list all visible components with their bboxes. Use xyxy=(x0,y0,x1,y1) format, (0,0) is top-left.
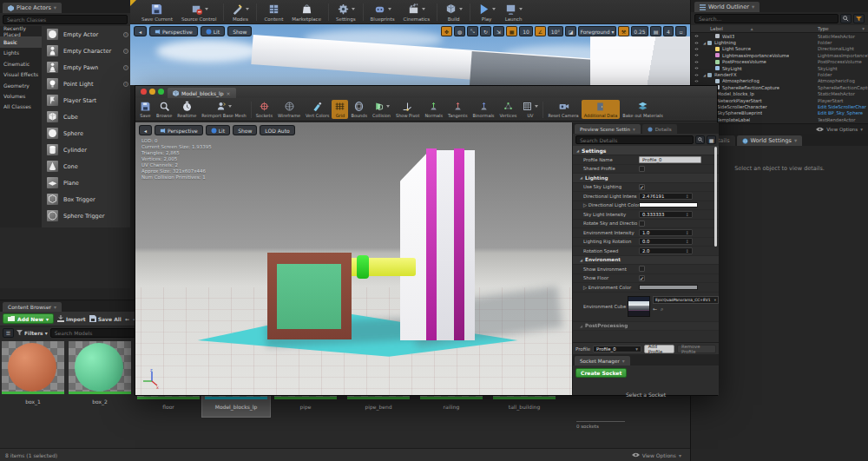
section-header-settings[interactable]: ◢Settings xyxy=(573,146,719,155)
tab-place-actors[interactable]: Place Actors▾ xyxy=(3,3,62,13)
text-input[interactable]: Profile_0 xyxy=(639,156,701,163)
spinner-icon[interactable]: ↕ xyxy=(686,239,689,244)
cubemap-dropdown[interactable]: EpicQuadPanorama_CC+EV1▾ xyxy=(653,296,719,304)
place-actor-item-box-trigger[interactable]: Box Trigger xyxy=(42,191,130,207)
window-close-button[interactable] xyxy=(141,89,147,95)
mesh-viewport-options-button[interactable]: ◂ xyxy=(139,125,152,135)
reimport-base-mesh-caret-icon[interactable] xyxy=(228,105,232,108)
outliner-row-postprocessvolume[interactable]: PostProcessVolumePostProcessVolume xyxy=(691,59,868,65)
place-actor-item-empty-actor[interactable]: Empty Actori xyxy=(42,26,130,43)
profile-dropdown[interactable]: Profile_0▾ xyxy=(593,346,641,352)
launch-button[interactable]: Launch xyxy=(500,3,527,22)
place-actor-item-point-light[interactable]: Point Lighti xyxy=(42,76,130,92)
window-zoom-button[interactable] xyxy=(158,89,164,95)
place-actor-item-player-start[interactable]: Player Start xyxy=(42,92,130,109)
visibility-eye-icon[interactable] xyxy=(694,79,700,83)
sidebar-item-cinematic[interactable]: Cinematic xyxy=(0,58,42,69)
level-viewport[interactable]: ◂ Perspective Lit Show ✥ ◍ ⤡ ↻ ⇲ ▦ 10 ∠ … xyxy=(130,24,690,85)
cubemap-thumbnail[interactable] xyxy=(628,296,650,317)
place-actor-item-empty-character[interactable]: Empty Characteri xyxy=(42,43,130,59)
sockets-button[interactable]: Sockets xyxy=(253,100,275,119)
move-tool-icon[interactable]: ✥ xyxy=(441,26,452,36)
show-pivot-button[interactable]: Show Pivot xyxy=(393,100,422,119)
scale-tool-icon[interactable]: ⤡ xyxy=(467,26,478,36)
settings-search-input[interactable] xyxy=(575,135,694,144)
outliner-row-wall3[interactable]: Wall3StaticMeshActor xyxy=(691,33,868,39)
content-button[interactable]: Content xyxy=(260,3,287,22)
realtime-button[interactable]: Realtime xyxy=(174,100,199,119)
number-input[interactable]: 2.476191↕ xyxy=(639,193,693,200)
angle-snap-icon[interactable]: ∠ xyxy=(535,26,546,36)
outliner-row-renderfx[interactable]: ◢RenderFXFolder xyxy=(691,71,868,77)
camera-speed-value[interactable]: 4 xyxy=(663,26,674,36)
visibility-eye-icon[interactable] xyxy=(694,73,700,77)
back-button[interactable]: ← xyxy=(125,316,129,322)
number-input[interactable]: 1.0↕ xyxy=(639,229,693,236)
remove-profile-button[interactable]: Remove Profile xyxy=(677,345,716,353)
checkbox[interactable] xyxy=(639,221,645,227)
add-profile-button[interactable]: Add Profile xyxy=(644,345,674,353)
expander-icon[interactable]: ◢ xyxy=(703,73,706,77)
checkbox[interactable] xyxy=(639,266,645,272)
save-current-button[interactable]: Save Current xyxy=(137,3,177,22)
browse-button[interactable]: Browse xyxy=(154,100,174,119)
binormals-button[interactable]: Binormals xyxy=(470,100,497,119)
sidebar-item-visual-effects[interactable]: Visual Effects xyxy=(0,69,42,80)
place-actor-item-cylinder[interactable]: Cylinder xyxy=(42,142,130,158)
outliner-row-lightmassimportancevolume[interactable]: LightmassImportanceVolumeLightmassImport… xyxy=(691,52,868,58)
angle-snap-value[interactable]: 10° xyxy=(548,26,563,36)
rotate-tool-icon[interactable]: ↻ xyxy=(480,26,491,36)
use-selected-icon[interactable]: ← xyxy=(653,306,657,313)
asset-tile-box_1[interactable]: box_1 xyxy=(2,341,64,405)
section-header-environment[interactable]: ◢Environment xyxy=(573,256,719,266)
number-input[interactable]: 0.0↕ xyxy=(639,238,693,245)
mesh-viewport[interactable]: ◂ Perspective Lit Show LOD Auto LOD: 0Cu… xyxy=(135,122,572,395)
play-caret-icon[interactable] xyxy=(492,8,496,10)
tangents-button[interactable]: Tangents xyxy=(445,100,470,119)
vertices-button[interactable]: Vertices xyxy=(496,100,519,119)
sidebar-item-lights[interactable]: Lights xyxy=(0,48,42,58)
viewport-options-button[interactable]: ◂ xyxy=(134,26,147,36)
visibility-eye-icon[interactable] xyxy=(694,47,700,51)
color-swatch[interactable] xyxy=(639,285,698,290)
tab-preview-scene-settings[interactable]: Preview Scene Settin▾ xyxy=(575,124,641,134)
outliner-row-light source[interactable]: Light SourceDirectionalLight xyxy=(691,46,868,52)
reset-camera-button[interactable]: Reset Camera xyxy=(545,100,581,119)
source-control-button[interactable]: Source Control xyxy=(177,3,221,22)
launch-caret-icon[interactable] xyxy=(519,8,523,10)
modes-caret-icon[interactable] xyxy=(246,8,249,10)
surface-snap-icon[interactable]: ⇲ xyxy=(493,26,504,36)
number-input[interactable]: 0.333333↕ xyxy=(639,211,693,218)
window-minimize-button[interactable] xyxy=(149,89,155,95)
build-caret-icon[interactable] xyxy=(459,8,463,10)
vert-colors-button[interactable]: Vert Colors xyxy=(303,100,332,119)
visibility-eye-icon[interactable] xyxy=(694,60,700,64)
edit-asset-link[interactable]: Edit BP_Sky_Sphere xyxy=(818,110,868,115)
visibility-eye-icon[interactable] xyxy=(694,34,700,38)
browse-asset-icon[interactable]: ⌕ xyxy=(661,306,663,313)
section-header-lighting[interactable]: ◢Lighting xyxy=(573,174,719,183)
sidebar-item-geometry[interactable]: Geometry xyxy=(0,80,42,90)
cinematics-button[interactable]: Cinematics xyxy=(399,3,435,22)
reimport-base-mesh-button[interactable]: Reimport Base Mesh xyxy=(199,100,248,119)
number-input[interactable]: 2.0↕ xyxy=(639,247,693,254)
spinner-icon[interactable]: ↕ xyxy=(686,230,689,235)
expander-icon[interactable]: ◢ xyxy=(703,41,706,45)
perspective-button[interactable]: Perspective xyxy=(149,26,198,36)
tab-socket-manager[interactable]: Socket Manager▾ xyxy=(575,356,630,366)
blueprints-caret-icon[interactable] xyxy=(388,8,391,10)
bounds-button[interactable]: Bounds xyxy=(348,100,370,119)
layer-dropdown[interactable]: Foreground ▾ xyxy=(578,26,616,36)
spinner-icon[interactable]: ↕ xyxy=(686,212,689,217)
tab-content-browser[interactable]: Content Browser▾ xyxy=(3,302,62,312)
scale-snap-value[interactable]: 0.25 xyxy=(631,26,648,36)
bake-out-materials-button[interactable]: Bake out Materials xyxy=(620,100,666,119)
search-icon[interactable] xyxy=(695,135,705,144)
sidebar-item-recently-placed[interactable]: Recently Placed xyxy=(0,26,42,36)
import-button[interactable]: Import xyxy=(57,315,86,322)
blueprints-button[interactable]: Blueprints xyxy=(366,3,399,22)
outliner-filter-icon[interactable] xyxy=(853,14,865,23)
asset-tile-box_2[interactable]: box_2 xyxy=(69,341,131,405)
visibility-eye-icon[interactable] xyxy=(694,53,700,57)
grid-button[interactable]: Grid xyxy=(332,100,348,119)
